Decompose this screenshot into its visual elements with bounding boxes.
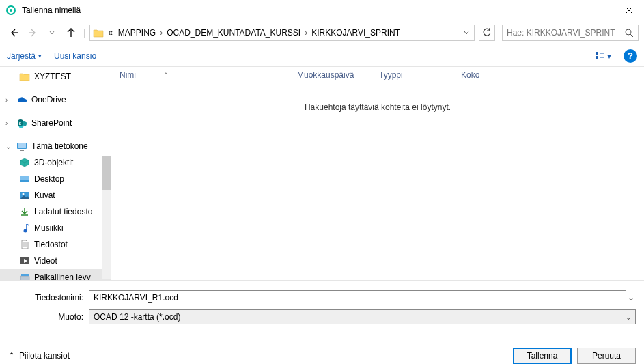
back-button[interactable] xyxy=(5,25,22,41)
tree-item-desktop[interactable]: Desktop xyxy=(0,171,111,187)
column-headers: Nimi ⌃ Muokkauspäivä Tyyppi Koko xyxy=(111,67,644,83)
svg-point-1 xyxy=(10,9,12,12)
svg-point-2 xyxy=(626,29,631,35)
svg-rect-4 xyxy=(596,56,598,59)
column-modified[interactable]: Muokkauspäivä xyxy=(289,70,371,80)
chevron-right-icon: › xyxy=(158,28,164,38)
main-area: XYZTEST › OneDrive › S SharePoint ⌄ Tämä… xyxy=(0,67,644,280)
format-select[interactable]: OCAD 12 -kartta (*.ocd) ⌄ xyxy=(89,309,636,324)
filename-input[interactable] xyxy=(89,290,626,305)
window-title: Tallenna nimellä xyxy=(22,5,613,15)
chevron-up-icon: ⌃ xyxy=(8,351,15,361)
chevron-down-icon: ▾ xyxy=(607,51,611,61)
empty-message: Hakuehtoja täyttäviä kohteita ei löytyny… xyxy=(111,83,644,280)
tree-item-3d-objects[interactable]: 3D-objektit xyxy=(0,154,111,171)
tree-item-sharepoint[interactable]: › S SharePoint xyxy=(0,115,111,131)
svg-rect-16 xyxy=(20,176,29,180)
svg-point-18 xyxy=(22,193,24,195)
svg-rect-3 xyxy=(596,52,598,55)
tree-item-pictures[interactable]: Kuvat xyxy=(0,187,111,204)
pc-icon xyxy=(16,141,27,152)
sort-indicator-icon: ⌃ xyxy=(163,72,169,79)
column-name[interactable]: Nimi ⌃ xyxy=(111,70,289,80)
help-button[interactable]: ? xyxy=(624,49,637,63)
tree-item-music[interactable]: Musiikki xyxy=(0,220,111,236)
svg-rect-13 xyxy=(18,143,26,148)
footer: ⌃ Piilota kansiot Tallenna Peruuta xyxy=(0,335,644,364)
chevron-right-icon: › xyxy=(303,28,309,38)
navbar: | « MAPPING › OCAD_DEM_KUNTADATA_KURSSI … xyxy=(0,20,644,45)
music-icon xyxy=(19,223,30,234)
breadcrumb-item[interactable]: KIRKKOJARVI_SPRINT xyxy=(309,28,403,38)
documents-icon xyxy=(19,239,30,250)
sharepoint-icon: S xyxy=(16,117,27,128)
desktop-icon xyxy=(19,173,30,184)
toolbar: Järjestä ▾ Uusi kansio ▾ ? xyxy=(0,45,644,67)
download-icon xyxy=(19,206,30,217)
column-type[interactable]: Tyyppi xyxy=(371,70,453,80)
svg-rect-5 xyxy=(600,53,604,54)
breadcrumb-dropdown[interactable] xyxy=(460,30,473,36)
up-button[interactable] xyxy=(63,25,79,41)
search-placeholder: Hae: KIRKKOJARVI_SPRINT xyxy=(507,28,615,38)
close-button[interactable] xyxy=(613,0,644,20)
search-input[interactable]: Hae: KIRKKOJARVI_SPRINT xyxy=(502,25,639,41)
forward-button[interactable] xyxy=(25,25,41,41)
save-form: Tiedostonimi: ⌄ Muoto: OCAD 12 -kartta (… xyxy=(0,280,644,335)
tree-item-xyztest[interactable]: XYZTEST xyxy=(0,68,111,85)
tree-item-this-pc[interactable]: ⌄ Tämä tietokone xyxy=(0,138,111,154)
breadcrumb[interactable]: « MAPPING › OCAD_DEM_KUNTADATA_KURSSI › … xyxy=(89,25,475,41)
folder-tree: XYZTEST › OneDrive › S SharePoint ⌄ Tämä… xyxy=(0,67,111,280)
filename-label: Tiedostonimi: xyxy=(8,293,89,303)
nav-separator: | xyxy=(82,28,87,38)
svg-point-19 xyxy=(24,229,27,233)
hide-folders-button[interactable]: ⌃ Piilota kansiot xyxy=(8,351,70,361)
tree-item-documents[interactable]: Tiedostot xyxy=(0,236,111,253)
refresh-button[interactable] xyxy=(479,25,495,41)
tree-scrollbar-thumb[interactable] xyxy=(102,156,111,190)
folder-icon xyxy=(92,26,105,40)
breadcrumb-item[interactable]: MAPPING xyxy=(115,28,158,38)
svg-rect-21 xyxy=(20,276,29,280)
save-button[interactable]: Tallenna xyxy=(513,348,572,364)
format-label: Muoto: xyxy=(8,312,89,322)
cancel-button[interactable]: Peruuta xyxy=(577,348,636,364)
column-size[interactable]: Koko xyxy=(453,70,507,80)
svg-rect-22 xyxy=(21,274,29,276)
svg-rect-14 xyxy=(20,150,24,151)
new-folder-button[interactable]: Uusi kansio xyxy=(54,51,96,61)
organize-button[interactable]: Järjestä ▾ xyxy=(7,51,42,61)
search-icon xyxy=(625,29,634,38)
breadcrumb-item[interactable]: OCAD_DEM_KUNTADATA_KURSSI xyxy=(164,28,303,38)
tree-item-downloads[interactable]: Ladatut tiedosto xyxy=(0,204,111,220)
cube-icon xyxy=(19,157,30,168)
tree-item-local-disk[interactable]: Paikallinen levy xyxy=(0,269,111,280)
expand-icon[interactable]: › xyxy=(5,96,12,104)
disk-icon xyxy=(19,272,30,280)
collapse-icon[interactable]: ⌄ xyxy=(5,143,12,150)
chevron-down-icon: ⌄ xyxy=(626,313,631,321)
filename-dropdown[interactable]: ⌄ xyxy=(626,293,636,303)
titlebar: Tallenna nimellä xyxy=(0,0,644,20)
file-list: Nimi ⌃ Muokkauspäivä Tyyppi Koko Hakueht… xyxy=(111,67,644,280)
onedrive-icon xyxy=(16,94,27,105)
chevron-down-icon: ▾ xyxy=(38,53,42,59)
tree-item-videos[interactable]: Videot xyxy=(0,253,111,269)
recent-dropdown[interactable] xyxy=(44,25,60,41)
folder-icon xyxy=(19,71,30,82)
videos-icon xyxy=(19,255,30,266)
tree-item-onedrive[interactable]: › OneDrive xyxy=(0,92,111,108)
app-icon xyxy=(5,5,16,16)
svg-rect-6 xyxy=(600,57,604,58)
pictures-icon xyxy=(19,190,30,201)
view-options-button[interactable]: ▾ xyxy=(595,51,611,61)
breadcrumb-prefix[interactable]: « xyxy=(105,28,115,38)
expand-icon[interactable]: › xyxy=(5,120,12,127)
